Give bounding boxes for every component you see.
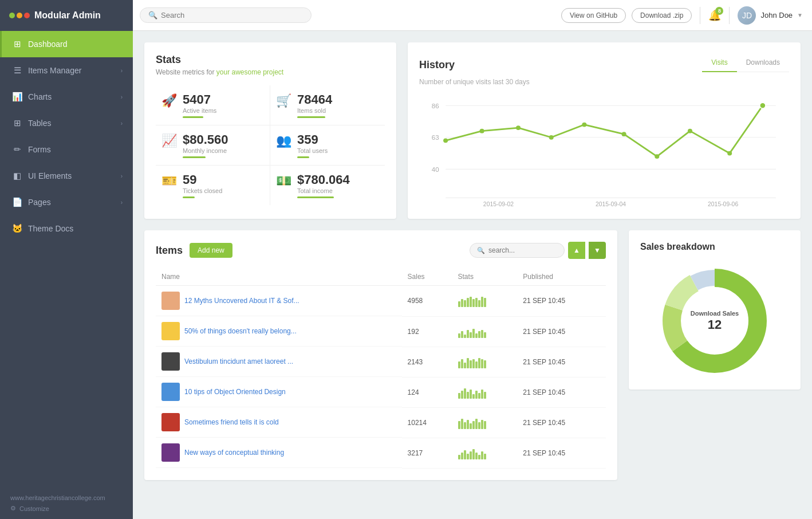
mini-bar xyxy=(461,391,463,399)
svg-point-13 xyxy=(549,135,554,140)
dashboard-icon: ⊞ xyxy=(12,39,22,49)
mini-bar xyxy=(475,453,478,459)
main-layout: ⊞ Dashboard ☰ Items Manager › 📊 Charts ›… xyxy=(0,31,812,519)
stat-bar xyxy=(183,116,203,118)
tab-visits[interactable]: Visits xyxy=(702,54,736,72)
mini-bar xyxy=(475,419,478,429)
mini-bar xyxy=(458,421,460,429)
topbar-actions: View on GitHub Download .zip 🔔 8 JD John… xyxy=(561,6,803,25)
mini-bar xyxy=(470,423,472,429)
mini-bar xyxy=(458,301,460,307)
mini-bar xyxy=(484,392,486,399)
notification-button[interactable]: 🔔 8 xyxy=(708,9,721,22)
chevron-right-icon: › xyxy=(121,120,123,127)
donut-label: Download Sales xyxy=(691,309,739,317)
stats-card: Stats Website metrics for your awesome p… xyxy=(144,42,396,219)
stat-label: Total income xyxy=(297,187,350,194)
sidebar-item-pages[interactable]: 📄 Pages › xyxy=(0,189,133,215)
item-name-cell: New ways of conceptual thinking xyxy=(156,438,402,468)
item-name-cell: 50% of things doesn't really belong... xyxy=(156,316,402,347)
item-name-link[interactable]: Vestibulum tincidunt amet laoreet ... xyxy=(184,357,293,365)
mini-bar xyxy=(478,455,480,459)
sidebar-item-label: Tables xyxy=(28,119,115,128)
customize-link[interactable]: ⚙ Customize xyxy=(10,505,123,512)
gear-icon: ⚙ xyxy=(10,505,16,512)
sidebar-item-label: Pages xyxy=(28,198,115,207)
item-sales: 2143 xyxy=(402,347,452,377)
mini-bar xyxy=(464,335,466,338)
item-name-link[interactable]: Sometimes friend tells it is cold xyxy=(184,418,279,426)
stat-value: 5407 xyxy=(183,92,216,107)
mini-bar xyxy=(472,299,475,307)
item-sales: 124 xyxy=(402,377,452,407)
item-published-date: 21 SEP 10:45 xyxy=(517,316,606,347)
svg-point-19 xyxy=(760,103,766,108)
sort-down-button[interactable]: ▼ xyxy=(589,242,606,259)
tab-downloads[interactable]: Downloads xyxy=(737,54,789,72)
mini-bar xyxy=(464,422,466,429)
sidebar-item-forms[interactable]: ✏ Forms xyxy=(0,136,133,163)
item-published-date: 21 SEP 10:45 xyxy=(517,407,606,438)
item-name-link[interactable]: 50% of things doesn't really belong... xyxy=(184,327,297,335)
sales-breakdown-card: Sales breakdown xyxy=(629,230,801,390)
svg-text:2015-09-02: 2015-09-02 xyxy=(483,201,514,207)
mini-bar xyxy=(481,390,483,399)
sidebar-item-dashboard[interactable]: ⊞ Dashboard xyxy=(0,31,133,57)
mini-bar-chart xyxy=(458,325,512,338)
mini-bar xyxy=(467,298,469,307)
pages-icon: 📄 xyxy=(12,197,22,207)
logo-dot-yellow xyxy=(17,13,22,18)
mini-bar xyxy=(458,455,460,459)
mini-bar xyxy=(461,453,463,459)
sidebar-item-items-manager[interactable]: ☰ Items Manager › xyxy=(0,57,133,84)
item-published-date: 21 SEP 10:45 xyxy=(517,438,606,468)
items-header: Items Add new 🔍 ▲ ▼ xyxy=(156,242,606,259)
stat-total-income: 💵 $780.064 Total income xyxy=(270,166,385,205)
history-subtitle: Number of unique visits last 30 days xyxy=(419,78,789,86)
table-row: 12 Myths Uncovered About IT & Sof...4958… xyxy=(156,286,606,317)
svg-point-16 xyxy=(655,154,659,159)
mini-bar xyxy=(478,393,480,399)
svg-point-18 xyxy=(727,151,732,156)
search-bar[interactable]: 🔍 xyxy=(140,7,312,23)
col-published: Published xyxy=(517,268,606,286)
user-menu[interactable]: JD John Doe ▼ xyxy=(738,6,803,25)
sidebar-item-theme-docs[interactable]: 🐱 Theme Docs xyxy=(0,215,133,242)
mini-bar-chart xyxy=(458,416,512,429)
github-button[interactable]: View on GitHub xyxy=(561,8,626,23)
sort-up-button[interactable]: ▲ xyxy=(568,242,585,259)
sidebar-item-charts[interactable]: 📊 Charts › xyxy=(0,84,133,110)
mini-bar xyxy=(467,392,469,399)
sidebar-item-tables[interactable]: ⊞ Tables › xyxy=(0,110,133,136)
svg-text:40: 40 xyxy=(432,166,439,173)
item-name-link[interactable]: 10 tips of Object Oriented Design xyxy=(184,388,286,396)
search-input[interactable] xyxy=(161,11,303,19)
mini-bar-chart xyxy=(458,294,512,307)
stats-subtitle-link[interactable]: your awesome project xyxy=(216,68,283,76)
forms-icon: ✏ xyxy=(12,144,22,155)
mini-bar xyxy=(464,363,466,368)
mini-bar xyxy=(458,333,460,338)
item-name-link[interactable]: 12 Myths Uncovered About IT & Sof... xyxy=(184,297,299,305)
mini-bar xyxy=(484,298,486,307)
logo-dot-red xyxy=(24,13,30,18)
items-search-input[interactable] xyxy=(488,246,557,254)
chart-svg: 86 63 40 2015-09-02 2015-09-04 2015-09-0… xyxy=(419,93,789,207)
mini-bar xyxy=(484,360,486,368)
item-name-link[interactable]: New ways of conceptual thinking xyxy=(184,449,284,457)
col-name: Name xyxy=(156,268,402,286)
add-new-button[interactable]: Add new xyxy=(190,243,232,258)
chevron-right-icon: › xyxy=(121,68,123,74)
line-chart: 86 63 40 2015-09-02 2015-09-04 2015-09-0… xyxy=(419,93,789,207)
item-stats xyxy=(452,316,518,347)
items-search[interactable]: 🔍 xyxy=(470,243,565,258)
stats-subtitle: Website metrics for your awesome project xyxy=(156,68,385,76)
mini-bar xyxy=(464,300,466,307)
download-button[interactable]: Download .zip xyxy=(632,8,692,23)
sidebar-item-ui-elements[interactable]: ◧ UI Elements › xyxy=(0,163,133,189)
sidebar-item-label: Forms xyxy=(28,145,123,154)
mini-bar xyxy=(464,388,466,399)
svg-point-10 xyxy=(443,138,448,143)
item-thumbnail xyxy=(161,443,180,462)
mini-bar xyxy=(470,332,472,338)
